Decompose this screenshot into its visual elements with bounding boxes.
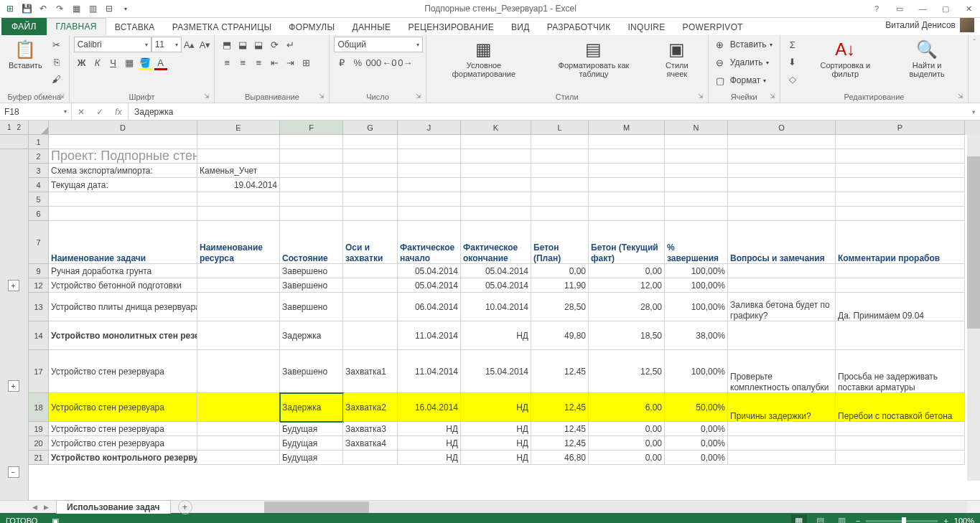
cell[interactable]: [49, 192, 197, 207]
cell[interactable]: 0,00: [589, 264, 665, 278]
vertical-scrollbar[interactable]: [967, 135, 980, 481]
cell[interactable]: [343, 149, 398, 164]
cell[interactable]: [197, 192, 280, 207]
cell[interactable]: Захватка4: [343, 436, 398, 451]
align-top-icon[interactable]: ⬒: [219, 37, 235, 52]
cell[interactable]: [197, 350, 280, 393]
row-header[interactable]: 2: [29, 149, 49, 164]
cell[interactable]: [343, 278, 398, 293]
cell[interactable]: [280, 178, 343, 192]
cell[interactable]: Будущая: [280, 422, 343, 436]
cell[interactable]: 18,50: [589, 321, 665, 350]
copy-icon[interactable]: ⎘: [49, 54, 65, 70]
cell[interactable]: [398, 207, 461, 221]
column-header[interactable]: F: [280, 121, 343, 135]
zoom-slider[interactable]: [866, 520, 938, 522]
row-header[interactable]: 6: [29, 207, 49, 221]
cell[interactable]: [197, 422, 280, 436]
cell[interactable]: [589, 164, 665, 178]
minimize-icon[interactable]: —: [914, 4, 931, 13]
cell[interactable]: [589, 178, 665, 192]
row-header[interactable]: 7: [29, 221, 49, 264]
cell[interactable]: Устройство плиты днища резервуара: [49, 293, 197, 321]
formula-input[interactable]: Задержка: [129, 103, 967, 120]
cell[interactable]: Проект: Подпорные стены_Резервуар1: [49, 149, 197, 164]
qat-icon[interactable]: ⊟: [102, 1, 116, 16]
cell[interactable]: [197, 207, 280, 221]
cell[interactable]: [728, 135, 836, 149]
tab-data[interactable]: ДАННЫЕ: [343, 19, 399, 35]
percent-icon[interactable]: %: [350, 55, 365, 70]
outline-toggle[interactable]: −: [8, 466, 19, 478]
cell[interactable]: Перебои с поставкой бетона: [836, 393, 965, 422]
font-size-combo[interactable]: 11▾: [151, 37, 182, 52]
cell[interactable]: 0,00%: [665, 436, 728, 451]
cell[interactable]: Наименование задачи: [49, 221, 197, 264]
cell[interactable]: 49,80: [531, 321, 589, 350]
cell[interactable]: [665, 192, 728, 207]
cell[interactable]: [49, 207, 197, 221]
add-sheet-button[interactable]: +: [178, 500, 192, 514]
outline-level-2[interactable]: 2: [17, 123, 22, 131]
align-bottom-icon[interactable]: ⬓: [251, 37, 266, 52]
cell[interactable]: Устройство контрольного резервуара: [49, 451, 197, 465]
cancel-icon[interactable]: ✕: [72, 103, 90, 120]
cell[interactable]: Завершено: [280, 278, 343, 293]
cell[interactable]: Захватка1: [343, 350, 398, 393]
cell[interactable]: НД: [398, 436, 461, 451]
cell[interactable]: Будущая: [280, 451, 343, 465]
format-cells-button[interactable]: ▢Формат▾: [713, 72, 770, 88]
cell[interactable]: Вопросы и замечания: [728, 221, 836, 264]
redo-icon[interactable]: ↷: [52, 1, 67, 16]
format-painter-icon[interactable]: 🖌: [49, 71, 65, 87]
cell[interactable]: 12,00: [589, 278, 665, 293]
cell[interactable]: 0,00%: [665, 422, 728, 436]
cell[interactable]: [398, 164, 461, 178]
insert-cells-button[interactable]: ⊕Вставить▾: [713, 37, 775, 52]
close-icon[interactable]: ✕: [960, 4, 977, 14]
fx-icon[interactable]: fx: [109, 103, 128, 120]
cell[interactable]: [461, 192, 531, 207]
collapse-ribbon-icon[interactable]: ˆ: [969, 35, 980, 103]
shrink-font-icon[interactable]: A▾: [197, 37, 213, 52]
column-header[interactable]: L: [531, 121, 589, 135]
tab-view[interactable]: ВИД: [503, 19, 538, 35]
delete-cells-button[interactable]: ⊖Удалить▾: [713, 55, 772, 70]
cell[interactable]: 100,00%: [665, 350, 728, 393]
border-icon[interactable]: ▦: [121, 55, 137, 70]
cell[interactable]: Захватка3: [343, 422, 398, 436]
cell[interactable]: [461, 207, 531, 221]
cell[interactable]: [343, 264, 398, 278]
cell[interactable]: [589, 135, 665, 149]
cell[interactable]: [197, 321, 280, 350]
cell[interactable]: [728, 451, 836, 465]
cell[interactable]: [461, 164, 531, 178]
cell[interactable]: [665, 164, 728, 178]
cell[interactable]: [836, 178, 965, 192]
cell[interactable]: [343, 178, 398, 192]
cell[interactable]: % завершения: [665, 221, 728, 264]
cell[interactable]: [665, 135, 728, 149]
cell[interactable]: [665, 178, 728, 192]
cell[interactable]: 05.04.2014: [398, 264, 461, 278]
cell[interactable]: [728, 192, 836, 207]
cell[interactable]: Задержка: [280, 321, 343, 350]
ribbon-options-icon[interactable]: ▭: [891, 4, 908, 14]
align-middle-icon[interactable]: ⬓: [235, 37, 251, 52]
name-box[interactable]: F18▾: [0, 103, 72, 120]
cell[interactable]: [589, 149, 665, 164]
zoom-level[interactable]: 100%: [954, 517, 974, 523]
cell[interactable]: [531, 178, 589, 192]
cell[interactable]: [836, 207, 965, 221]
tab-home[interactable]: ГЛАВНАЯ: [47, 18, 106, 35]
excel-icon[interactable]: ⊞: [3, 1, 17, 16]
row-header[interactable]: 9: [29, 264, 49, 278]
cell[interactable]: 46,80: [531, 451, 589, 465]
font-name-combo[interactable]: Calibri▾: [74, 37, 151, 52]
tab-powerpivot[interactable]: POWERPIVOT: [674, 19, 752, 35]
cell[interactable]: [836, 321, 965, 350]
cell[interactable]: Каменья_Учет: [197, 164, 280, 178]
cell[interactable]: [836, 149, 965, 164]
cell[interactable]: 38,00%: [665, 321, 728, 350]
cell[interactable]: 28,50: [531, 293, 589, 321]
